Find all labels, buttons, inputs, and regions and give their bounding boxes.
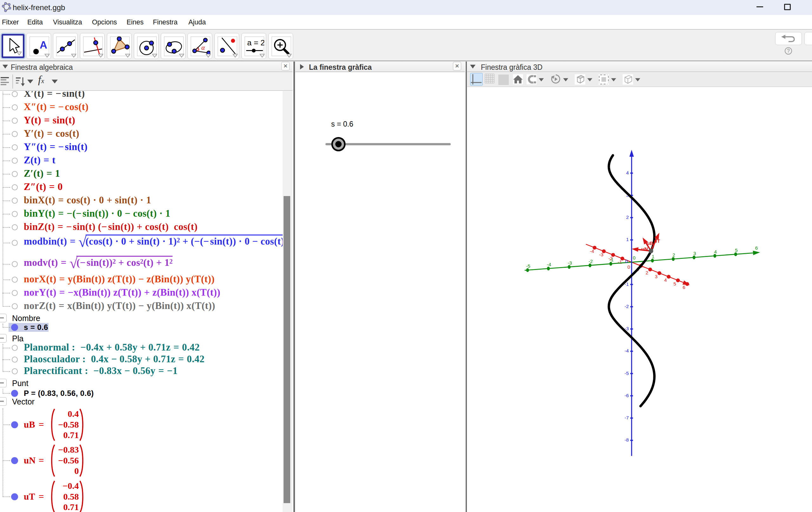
svg-text:A: A — [40, 39, 47, 51]
svg-text:0: 0 — [633, 255, 635, 260]
svg-text:4: 4 — [664, 277, 667, 283]
svg-text:0: 0 — [625, 259, 628, 264]
svg-text:0: 0 — [628, 264, 630, 269]
svg-text:3: 3 — [693, 251, 696, 256]
svg-text:5: 5 — [735, 248, 737, 253]
svg-text:5: 5 — [673, 281, 676, 286]
svg-text:a = 2: a = 2 — [247, 38, 264, 47]
svg-text:-3: -3 — [568, 260, 572, 265]
svg-text:4: 4 — [626, 170, 629, 175]
svg-text:1: 1 — [652, 254, 655, 259]
svg-text:2: 2 — [646, 270, 648, 275]
svg-text:-5: -5 — [526, 263, 530, 269]
svg-text:uT: uT — [654, 238, 660, 244]
svg-text:-1: -1 — [609, 257, 613, 262]
svg-text:2: 2 — [626, 215, 629, 220]
svg-text:-5: -5 — [625, 371, 629, 376]
svg-text:-2: -2 — [588, 259, 592, 264]
svg-text:α: α — [201, 44, 205, 51]
svg-text:-8: -8 — [625, 437, 629, 443]
svg-text:-4: -4 — [590, 248, 594, 254]
svg-text:6: 6 — [683, 285, 685, 290]
svg-text:uN: uN — [641, 246, 648, 252]
svg-text:4: 4 — [714, 249, 717, 254]
svg-text:-6: -6 — [625, 393, 629, 398]
svg-text:-4: -4 — [547, 262, 551, 267]
svg-text:-7: -7 — [625, 415, 629, 420]
svg-text:uB: uB — [647, 240, 654, 246]
svg-text:-4: -4 — [625, 348, 629, 353]
svg-text:2: 2 — [672, 252, 675, 258]
svg-text:-3: -3 — [599, 252, 603, 257]
svg-text:-2: -2 — [625, 304, 629, 309]
svg-text:6: 6 — [755, 245, 758, 251]
svg-text:3: 3 — [655, 274, 658, 279]
svg-text:-1: -1 — [617, 259, 622, 264]
svg-text:1: 1 — [626, 237, 629, 242]
